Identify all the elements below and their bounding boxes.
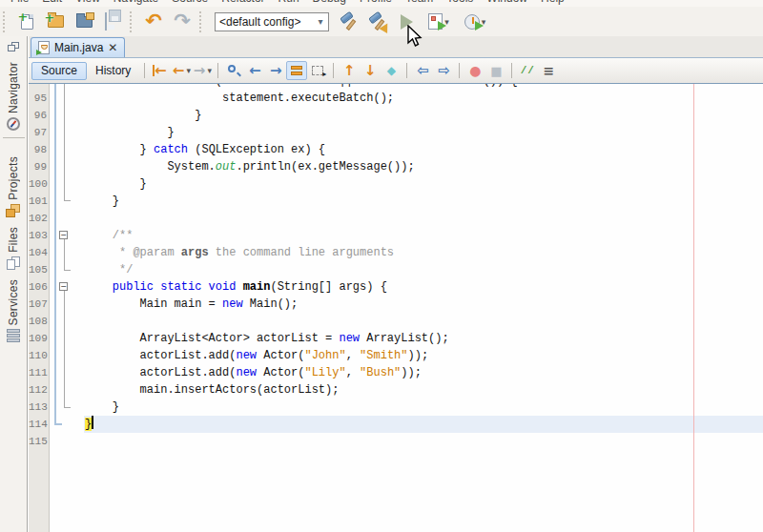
code-line[interactable]: 102 — [29, 210, 763, 227]
shift-line-right-button[interactable]: ⇨︎ — [433, 61, 454, 80]
find-next-button[interactable]: → — [265, 61, 286, 80]
save-all-button[interactable] — [99, 10, 126, 34]
code-text: } — [85, 193, 763, 210]
line-number: 104 — [29, 244, 51, 261]
code-text: statement.executeBatch(); — [85, 90, 763, 107]
code-line[interactable]: 103− /** — [29, 227, 763, 244]
code-line[interactable]: 115 — [29, 433, 763, 450]
undo-button[interactable]: ↶ — [140, 10, 167, 34]
code-line[interactable]: 97 } — [29, 124, 763, 141]
code-line[interactable]: 101 } — [29, 193, 763, 210]
code-line[interactable]: 110 actorList.add(new Actor("John", "Smi… — [29, 347, 763, 364]
code-text: } catch (SQLException ex) { — [85, 141, 763, 158]
code-line[interactable]: 96 } — [29, 107, 763, 124]
sidebar-item-label: Files — [7, 227, 20, 253]
projects-folder-icon — [6, 204, 21, 218]
highlight-icon — [291, 66, 302, 75]
toggle-highlight-search-button[interactable] — [286, 61, 307, 80]
build-project-button[interactable] — [336, 10, 362, 34]
code-line[interactable]: 99 System.out.println(ex.getMessage()); — [29, 158, 763, 175]
dock-window-icon[interactable] — [8, 42, 19, 52]
profile-icon — [464, 14, 480, 30]
line-number: 102 — [29, 210, 51, 227]
code-text: */ — [85, 261, 763, 278]
debug-project-button[interactable]: ▾ — [422, 10, 456, 34]
code-text: actorList.add(new Actor("Lily", "Bush"))… — [85, 364, 763, 381]
code-line[interactable]: 95 statement.executeBatch(); — [29, 90, 763, 107]
toolbar-grip[interactable] — [130, 11, 134, 32]
source-view-button[interactable]: Source — [31, 62, 87, 80]
jump-forward-button[interactable]: →▾ — [192, 61, 213, 80]
shift-line-left-button[interactable]: ⇦︎ — [412, 61, 433, 80]
stop-macro-recording-button[interactable]: ■ — [485, 61, 506, 80]
code-line[interactable]: 100 } — [29, 175, 763, 193]
start-macro-recording-button[interactable]: ● — [464, 61, 485, 80]
find-selection-button[interactable] — [223, 61, 244, 80]
bookmark-icon: ◆ — [387, 64, 396, 77]
tab-main-java[interactable]: Main.java ✕ — [31, 37, 125, 57]
toolbar-grip[interactable] — [199, 11, 204, 32]
find-previous-icon: ← — [249, 64, 261, 78]
toggle-rectangular-selection-button[interactable]: ▸ — [307, 61, 328, 80]
toolbar-grip[interactable] — [3, 11, 8, 32]
profile-project-button[interactable]: ▾ — [458, 10, 492, 34]
code-text — [85, 210, 763, 227]
editor-toolbar: Source History ← ←▾ →▾ ← → ▸ ↑ ↓ ◆ ⇦︎ ⇨︎… — [29, 58, 763, 84]
comment-button[interactable]: // — [517, 61, 538, 80]
code-line[interactable]: 108 — [29, 313, 763, 330]
sidebar-item-services[interactable]: Services — [7, 279, 20, 342]
fold-margin — [51, 433, 85, 450]
menu-bar-clipped[interactable]: FileEditViewNavigateSourceRefactorRunDeb… — [0, 0, 763, 7]
fold-collapse-icon[interactable]: − — [59, 282, 68, 291]
record-icon: ● — [469, 63, 481, 78]
code-line[interactable]: 98 } catch (SQLException ex) { — [29, 141, 763, 158]
find-previous-button[interactable]: ← — [244, 61, 265, 80]
dock-window-icon[interactable] — [8, 144, 19, 154]
code-text: } — [85, 175, 763, 193]
stop-icon: ■ — [490, 64, 502, 78]
code-text: * @param args the command line arguments — [85, 244, 763, 261]
code-text — [85, 433, 763, 450]
line-number: 98 — [29, 141, 51, 158]
clean-build-button[interactable] — [364, 10, 391, 34]
close-icon[interactable]: ✕ — [108, 42, 117, 53]
shift-left-icon: ⇦︎ — [417, 64, 429, 78]
uncomment-button[interactable]: ≡ — [538, 61, 559, 80]
sidebar-item-projects[interactable]: Projects — [6, 156, 21, 218]
redo-button[interactable]: ↷ — [169, 10, 196, 34]
toggle-bookmark-button[interactable]: ◆ — [381, 61, 402, 80]
code-editor[interactable]: 94 if (count % 100 == 0 || count == list… — [29, 84, 763, 532]
last-edit-location-button[interactable]: ← — [150, 61, 171, 80]
code-line[interactable]: 114} — [29, 416, 763, 433]
fold-guide — [64, 239, 65, 271]
history-view-button[interactable]: History — [87, 62, 139, 80]
open-project-button[interactable] — [71, 10, 97, 34]
previous-bookmark-button[interactable]: ↑ — [339, 61, 360, 80]
code-text: /** — [85, 227, 763, 244]
sidebar-item-navigator[interactable]: Navigator — [7, 62, 20, 131]
line-number: 100 — [29, 175, 51, 193]
next-bookmark-button[interactable]: ↓ — [360, 61, 381, 80]
code-text: actorList.add(new Actor("John", "Smith")… — [85, 347, 763, 364]
forward-arrow-icon: → — [194, 64, 206, 78]
code-line[interactable]: 106− public static void main(String[] ar… — [29, 278, 763, 296]
code-line[interactable]: 111 actorList.add(new Actor("Lily", "Bus… — [29, 364, 763, 381]
code-line[interactable]: 112 main.insertActors(actorList); — [29, 381, 763, 399]
code-line[interactable]: 104 * @param args the command line argum… — [29, 244, 763, 261]
new-file-button[interactable]: + — [13, 10, 40, 34]
jump-back-button[interactable]: ←▾ — [171, 61, 192, 80]
code-text: System.out.println(ex.getMessage()); — [85, 158, 763, 175]
line-number: 99 — [29, 158, 51, 175]
code-line[interactable]: 107 Main main = new Main(); — [29, 296, 763, 313]
new-file-icon: + — [21, 14, 33, 30]
build-hammer-icon — [339, 11, 360, 32]
code-line[interactable]: 109 ArrayList<Actor> actorList = new Arr… — [29, 330, 763, 347]
code-line[interactable]: 113 } — [29, 399, 763, 416]
new-project-button[interactable]: + — [42, 10, 69, 34]
fold-collapse-icon[interactable]: − — [59, 231, 68, 239]
code-line[interactable]: 105 */ — [29, 261, 763, 278]
code-text: public static void main(String[] args) { — [85, 278, 763, 296]
sidebar-item-files[interactable]: Files — [7, 227, 21, 271]
code-text: ArrayList<Actor> actorList = new ArrayLi… — [85, 330, 763, 347]
config-combobox[interactable]: <default config> ▾ — [215, 12, 329, 31]
